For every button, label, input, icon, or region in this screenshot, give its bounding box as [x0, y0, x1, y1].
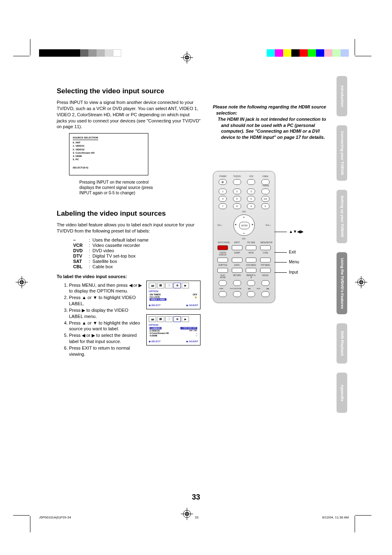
osd-title: SOURCE SELECTION	[73, 136, 98, 140]
option-menu-1: 📷🖼🕓⚙▶ OPTION ON TIMEROFF CH LOCK🔒 VIDEO …	[146, 281, 201, 309]
label-list: –:Uses the default label name VCR:Video …	[73, 237, 151, 269]
step: Press EXIT to return to normal viewing.	[69, 345, 142, 357]
footer-timestamp: 8/12/04, 11:36 AM	[322, 516, 349, 519]
osd-item: 3. ColorStream HD	[73, 151, 145, 154]
tab-setting-up: Setting up your TV/DVD	[337, 190, 347, 243]
steps-list: Press MENU, and then press ◀ or ▶ to dis…	[57, 282, 142, 358]
callout-arrows: ▲▼◀▶	[289, 229, 304, 234]
step: Press ▲ or ▼ to highlight VIDEO LABEL.	[69, 295, 142, 307]
option-title: OPTION	[149, 290, 198, 292]
registration-mark-icon	[355, 276, 367, 288]
steps-title: To label the video input sources:	[57, 274, 201, 280]
tab-appendix: Appendix	[337, 373, 347, 413]
tab-connecting: Connecting your TV/DVD	[337, 125, 347, 181]
footer-info: J5P00101A(E)P29-34 33 8/12/04, 11:36 AM	[39, 516, 349, 519]
step: Press ◀ or ▶ to select the desired label…	[69, 332, 142, 345]
footer-file: J5P00101A(E)P29-34	[39, 516, 71, 519]
callout-input: Input	[289, 270, 298, 274]
callout-exit: Exit	[289, 250, 296, 254]
step: Press ▶ to display the VIDEO LABEL menu.	[69, 307, 142, 320]
osd-caption: Pressing INPUT on the remote control dis…	[79, 180, 161, 196]
osd-source-selection: SOURCE SELECTION 0. ANT 1. VIDEO1 2. VID…	[69, 133, 148, 175]
hdmi-note: Please note the following regarding the …	[213, 104, 328, 140]
step: Press ▲ or ▼ to highlight the video sour…	[69, 320, 142, 332]
option-menu-2: 📷🖼🕓⚙▶ OPTION 1.VIDEO1– / VCR / DVD / DTV…	[146, 314, 201, 345]
color-bars-right	[267, 49, 349, 57]
option-title: OPTION	[149, 324, 198, 326]
osd-hint: SELECT:(0-5)	[73, 166, 145, 169]
section1-title: Selecting the video input source	[57, 87, 201, 95]
section1-body: Press INPUT to view a signal from anothe…	[57, 99, 201, 130]
remote-diagram: POWER TV(DVD) VCR CABLE ⏻ TV/DVD 123 456…	[213, 171, 328, 303]
osd-item: 0. ANT	[73, 141, 145, 144]
osd-item: 2. VIDEO2	[73, 148, 145, 151]
osd-item: 4. HDMI	[73, 154, 145, 158]
step: Press MENU, and then press ◀ or ▶ to dis…	[69, 282, 142, 295]
note-body: The HDMI IN jack is not intended for con…	[216, 116, 328, 140]
tab-introduction: Introduction	[337, 76, 347, 116]
tab-dvd-playback: DVD Playback	[337, 323, 347, 364]
registration-mark-icon	[16, 276, 28, 288]
registration-mark-icon	[181, 51, 193, 64]
section2-body: The video label feature allows you to la…	[57, 222, 201, 234]
callout-menu: Menu	[289, 260, 299, 264]
color-bars-left	[39, 49, 121, 57]
osd-item: 1. VIDEO1	[73, 144, 145, 147]
osd-item: 5. PC	[73, 158, 145, 161]
note-lead: Please note the following regarding the …	[213, 104, 326, 115]
section2-title: Labeling the video input sources	[57, 210, 201, 218]
page-number: 33	[0, 493, 392, 502]
footer-page: 33	[195, 516, 198, 519]
sidebar-tabs: Introduction Connecting your TV/DVD Sett…	[337, 76, 347, 413]
tab-using-features: Using the TV/DVD's Features	[337, 252, 347, 315]
